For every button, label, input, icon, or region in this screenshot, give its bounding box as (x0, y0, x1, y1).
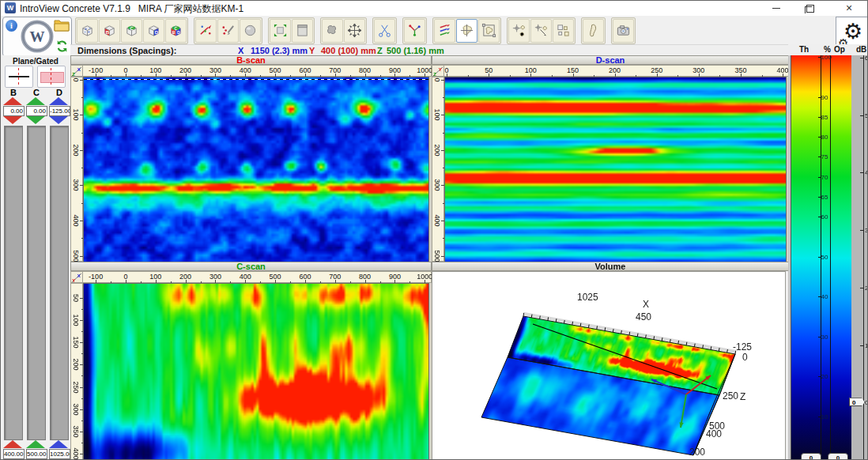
view-bcd-icon: BDC (168, 23, 183, 38)
dscan-heatmap[interactable] (444, 77, 787, 262)
picker-tool-button[interactable] (217, 19, 239, 43)
info-button[interactable]: i (6, 20, 17, 32)
view-d-button[interactable]: D (143, 19, 164, 43)
d-top-value[interactable]: -125.00 (49, 106, 70, 116)
probe-tool-icon (198, 23, 213, 38)
ruler-tick-label: 200 (72, 144, 80, 156)
rgb-arrows-tool-button[interactable] (434, 19, 455, 43)
folder-icon (54, 19, 70, 32)
ruler-tick-label: 0 (123, 66, 127, 74)
d-bottom-value[interactable]: 1025.00 (49, 449, 70, 459)
ruler-tick-label: 350 (734, 66, 746, 74)
ruler-tick-label: 200 (609, 66, 621, 74)
db-tick-label: 1 (865, 342, 868, 349)
rotate-frame-tool-button[interactable] (478, 19, 500, 43)
d-bottom-spin-up[interactable] (49, 440, 68, 448)
c-bottom-spin-up[interactable] (26, 440, 45, 448)
ruler-tick-label: 400 (433, 215, 441, 227)
refresh-button[interactable] (55, 40, 69, 53)
volume-axis-label: Z (740, 391, 745, 402)
bscan-horizontal-ruler: -10001002003004005006007008009001000 (70, 65, 432, 77)
view-b-button[interactable]: B (99, 19, 120, 43)
cscan-heatmap[interactable] (83, 283, 429, 460)
ruler-tick-label: 700 (329, 273, 341, 281)
align-points-tool-button[interactable] (508, 19, 530, 43)
db-marker[interactable]: 0 (849, 398, 865, 406)
ruler-tick-label: 500 (433, 250, 441, 262)
ruler-tick-label: 100 (149, 273, 161, 281)
open-file-button[interactable] (54, 19, 70, 32)
align-squares-tool-icon (556, 23, 571, 38)
close-button[interactable]: × (836, 1, 862, 16)
colorbar-bottom-value[interactable]: 0 (828, 453, 848, 460)
snapshot-tool-button[interactable] (613, 19, 634, 43)
percent-tick (818, 177, 821, 178)
percent-tick (818, 257, 821, 258)
db-scale: 6543210 0 (851, 55, 868, 460)
view-c-button[interactable]: C (121, 19, 142, 43)
ruler-tick-label: 200 (72, 359, 80, 371)
db-tick (860, 345, 863, 346)
pan-tool-icon (325, 23, 340, 38)
gated-mode-button[interactable] (37, 66, 66, 88)
maximize-button[interactable] (796, 1, 823, 16)
ruler-tick-label: 400 (72, 215, 80, 227)
b-bottom-value[interactable]: 400.00 (3, 449, 25, 459)
panel-view-button[interactable] (292, 19, 313, 43)
c-top-spin-up[interactable] (26, 97, 45, 105)
probe-tool-button[interactable] (195, 19, 217, 43)
volume-render[interactable] (432, 272, 785, 460)
ruler-tick-label: 300 (72, 179, 80, 191)
ruler-tick-label: 1000 (417, 66, 432, 74)
sphere-tool-button[interactable] (240, 19, 261, 43)
footprint-tool-button[interactable] (583, 19, 604, 43)
bscan-vertical-ruler: 0100200300400500 (70, 77, 83, 262)
pan-tool-button[interactable] (322, 19, 343, 43)
b-top-value[interactable]: 0.00 (3, 106, 25, 116)
align-squares-tool-button[interactable] (553, 19, 574, 43)
c-slider-track[interactable] (27, 126, 46, 440)
polyline-tool-icon (407, 23, 422, 38)
dscan-axis-corner: YZ (432, 65, 444, 77)
ruler-tick-label: 200 (179, 66, 191, 74)
colorbar-bottom-value[interactable]: 0 (801, 453, 821, 460)
bscan-heatmap[interactable] (83, 77, 429, 262)
d-top-spin-up[interactable] (49, 97, 68, 105)
b-top-spin-up[interactable] (3, 97, 22, 105)
db-tick-label: 6 (865, 55, 868, 62)
percent-tick (818, 217, 821, 217)
polyline-tool-button[interactable] (404, 19, 425, 43)
db-tick (860, 230, 863, 231)
minimize-button[interactable] (763, 1, 790, 16)
plane-mode-button[interactable] (5, 66, 33, 88)
align-arrow-tool-button[interactable] (530, 19, 552, 43)
c-top-spin-down[interactable] (26, 116, 45, 124)
rotate-free-tool-icon (459, 23, 474, 38)
ruler-tick-label: 300 (209, 66, 221, 74)
d-slider-track[interactable] (50, 126, 69, 440)
scissors-tool-icon (377, 23, 392, 38)
fit-view-button[interactable] (270, 19, 291, 43)
b-top-spin-down[interactable] (3, 116, 22, 124)
ruler-tick-label: 800 (359, 273, 371, 281)
ruler-tick-label: 600 (299, 66, 311, 74)
b-bottom-spin-up[interactable] (3, 440, 22, 448)
view-3d-button[interactable] (77, 19, 98, 43)
svg-text:B: B (172, 30, 175, 35)
ruler-tick-label: 400 (72, 447, 80, 459)
ruler-tick-label: 600 (299, 273, 311, 281)
c-top-value[interactable]: 0.00 (26, 106, 47, 116)
b-slider-track[interactable] (4, 126, 23, 440)
volume-3d-view[interactable] (432, 271, 786, 460)
axis-letter-C: C (26, 88, 47, 97)
cscan-panel-header: C-scan (70, 262, 432, 271)
svg-text:Y: Y (72, 278, 75, 283)
scissors-tool-button[interactable] (374, 19, 395, 43)
rotate-free-tool-button[interactable] (456, 19, 477, 43)
move-tool-button[interactable] (344, 19, 365, 43)
c-bottom-value[interactable]: 500.00 (26, 449, 47, 459)
d-top-spin-down[interactable] (49, 116, 68, 124)
dscan-panel-header: D-scan (432, 55, 789, 65)
view-bcd-button[interactable]: BDC (165, 19, 187, 43)
percent-tick-label: 60 (821, 213, 831, 221)
